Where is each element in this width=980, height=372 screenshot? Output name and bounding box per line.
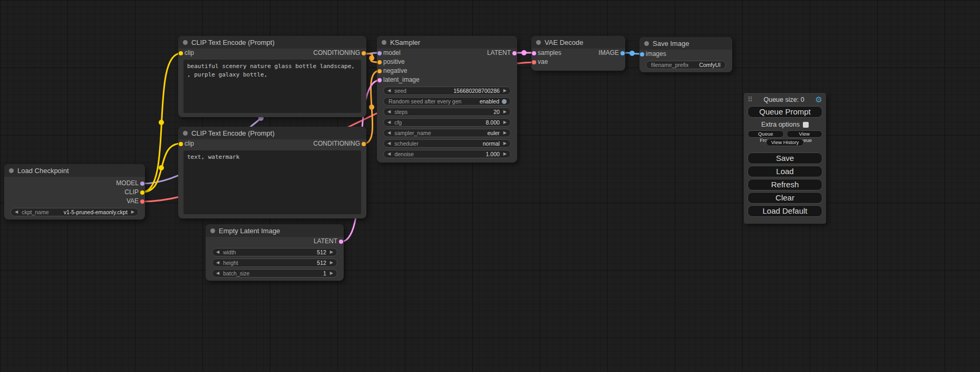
- increment-arrow-icon[interactable]: ▶: [330, 250, 333, 254]
- collapse-dot-icon[interactable]: [536, 40, 541, 45]
- menu-header: ⠿ Queue size: 0 ⚙: [748, 94, 822, 104]
- decrement-arrow-icon[interactable]: ◀: [216, 250, 219, 254]
- clip-output-slot[interactable]: [140, 190, 144, 195]
- view-history-button[interactable]: View History: [766, 139, 804, 146]
- increment-arrow-icon[interactable]: ▶: [503, 152, 507, 156]
- widget-name: height: [223, 260, 238, 266]
- extra-options-label: Extra options: [761, 121, 800, 128]
- increment-arrow-icon[interactable]: ▶: [503, 120, 507, 125]
- collapse-dot-icon[interactable]: [644, 41, 649, 46]
- toggle-indicator-icon[interactable]: [502, 99, 507, 104]
- settings-gear-icon[interactable]: ⚙: [816, 96, 822, 103]
- model-input-slot[interactable]: [377, 51, 382, 55]
- latent-image-input-slot[interactable]: [377, 78, 382, 82]
- queue-menu-panel[interactable]: ⠿ Queue size: 0 ⚙ Queue Prompt Extra opt…: [744, 93, 826, 224]
- negative-input-slot[interactable]: [377, 69, 382, 73]
- drag-handle-icon[interactable]: ⠿: [748, 96, 753, 103]
- positive-prompt-input[interactable]: beautiful scenery nature glass bottle la…: [183, 60, 361, 113]
- collapse-dot-icon[interactable]: [9, 168, 14, 173]
- node-ksampler[interactable]: KSampler model LATENT positive negative …: [377, 36, 517, 163]
- increment-arrow-icon[interactable]: ▶: [503, 110, 507, 114]
- images-input-slot[interactable]: [640, 52, 644, 56]
- node-title-bar[interactable]: CLIP Text Encode (Prompt): [178, 36, 366, 49]
- ckpt-name-widget[interactable]: ◀ ckpt_name v1-5-pruned-emaonly.ckpt ▶: [11, 208, 139, 216]
- conditioning-output-slot[interactable]: [362, 51, 366, 55]
- clear-button[interactable]: Clear: [748, 192, 822, 204]
- seed-widget[interactable]: ◀ seed 156680208700286 ▶: [383, 87, 511, 95]
- denoise-widget[interactable]: ◀ denoise 1.000 ▶: [383, 150, 511, 158]
- node-load-checkpoint[interactable]: Load Checkpoint MODEL CLIP VAE ◀ ckpt_na…: [4, 164, 145, 220]
- queue-prompt-button[interactable]: Queue Prompt: [748, 106, 822, 118]
- increment-arrow-icon[interactable]: ▶: [330, 271, 333, 275]
- increment-arrow-icon[interactable]: ▶: [131, 210, 134, 214]
- samples-input-label: samples: [538, 49, 561, 58]
- random-seed-toggle-widget[interactable]: Random seed after every gen enabled: [383, 97, 511, 106]
- slot-row: images: [639, 50, 732, 59]
- increment-arrow-icon[interactable]: ▶: [503, 89, 507, 93]
- clip-input-slot[interactable]: [179, 51, 183, 55]
- samples-input-slot[interactable]: [532, 51, 536, 55]
- widget-value: euler: [487, 130, 499, 136]
- node-clip-text-encode-positive[interactable]: CLIP Text Encode (Prompt) clip CONDITION…: [178, 36, 366, 117]
- widget-name: Random seed after every gen: [389, 98, 461, 104]
- collapse-dot-icon[interactable]: [382, 40, 386, 45]
- view-queue-button[interactable]: View Queue: [787, 130, 823, 138]
- node-clip-text-encode-negative[interactable]: CLIP Text Encode (Prompt) clip CONDITION…: [178, 127, 366, 218]
- decrement-arrow-icon[interactable]: ◀: [15, 210, 18, 214]
- node-empty-latent-image[interactable]: Empty Latent Image LATENT ◀ width 512 ▶ …: [206, 224, 344, 281]
- model-output-slot[interactable]: [140, 182, 144, 186]
- decrement-arrow-icon[interactable]: ◀: [387, 89, 391, 93]
- decrement-arrow-icon[interactable]: ◀: [216, 261, 219, 265]
- node-title-bar[interactable]: Save Image: [639, 37, 732, 50]
- node-title-bar[interactable]: Load Checkpoint: [4, 164, 145, 177]
- vae-input-slot[interactable]: [532, 60, 536, 64]
- collapse-dot-icon[interactable]: [183, 40, 188, 45]
- node-title-bar[interactable]: KSampler: [377, 36, 517, 49]
- width-widget[interactable]: ◀ width 512 ▶: [212, 248, 337, 256]
- steps-widget[interactable]: ◀ steps 20 ▶: [383, 108, 511, 116]
- decrement-arrow-icon[interactable]: ◀: [387, 120, 391, 125]
- node-graph-canvas[interactable]: Load Checkpoint MODEL CLIP VAE ◀ ckpt_na…: [0, 0, 980, 372]
- model-output-label: MODEL: [116, 179, 139, 188]
- queue-front-button[interactable]: Queue Front: [748, 130, 784, 138]
- filename-prefix-widget[interactable]: filename_prefix ComfyUI: [646, 61, 726, 69]
- decrement-arrow-icon[interactable]: ◀: [387, 141, 391, 146]
- increment-arrow-icon[interactable]: ▶: [503, 141, 507, 146]
- latent-output-slot[interactable]: [339, 240, 343, 244]
- cfg-widget[interactable]: ◀ cfg 8.000 ▶: [383, 118, 511, 127]
- node-vae-decode[interactable]: VAE Decode samples IMAGE vae: [531, 36, 625, 71]
- load-default-button[interactable]: Load Default: [748, 205, 822, 217]
- refresh-button[interactable]: Refresh: [748, 179, 822, 190]
- decrement-arrow-icon[interactable]: ◀: [387, 131, 391, 135]
- batch-size-widget[interactable]: ◀ batch_size 1 ▶: [212, 269, 337, 278]
- widget-name: filename_prefix: [651, 62, 688, 68]
- sampler-name-widget[interactable]: ◀ sampler_name euler ▶: [383, 129, 511, 137]
- node-save-image[interactable]: Save Image images filename_prefix ComfyU…: [639, 37, 732, 72]
- vae-output-slot[interactable]: [140, 199, 144, 204]
- node-title-bar[interactable]: CLIP Text Encode (Prompt): [178, 127, 366, 139]
- positive-input-slot[interactable]: [377, 60, 382, 64]
- decrement-arrow-icon[interactable]: ◀: [216, 271, 219, 275]
- slot-row: latent_image: [377, 75, 517, 84]
- node-title-bar[interactable]: Empty Latent Image: [206, 224, 344, 237]
- decrement-arrow-icon[interactable]: ◀: [387, 152, 391, 156]
- collapse-dot-icon[interactable]: [183, 131, 188, 136]
- decrement-arrow-icon[interactable]: ◀: [387, 110, 391, 114]
- load-button[interactable]: Load: [748, 166, 822, 177]
- widget-name: width: [223, 249, 236, 255]
- model-input-label: model: [383, 49, 401, 58]
- negative-prompt-input[interactable]: text, watermark: [183, 150, 361, 214]
- increment-arrow-icon[interactable]: ▶: [503, 131, 507, 135]
- node-title-bar[interactable]: VAE Decode: [531, 36, 625, 49]
- extra-options-checkbox[interactable]: [803, 122, 809, 128]
- latent-output-slot[interactable]: [512, 51, 517, 55]
- clip-input-slot[interactable]: [179, 142, 183, 146]
- collapse-dot-icon[interactable]: [210, 228, 215, 233]
- image-output-slot[interactable]: [620, 51, 625, 55]
- conditioning-output-slot[interactable]: [362, 142, 366, 146]
- scheduler-widget[interactable]: ◀ scheduler normal ▶: [383, 139, 511, 148]
- save-button[interactable]: Save: [748, 152, 822, 164]
- increment-arrow-icon[interactable]: ▶: [330, 261, 333, 265]
- height-widget[interactable]: ◀ height 512 ▶: [212, 259, 337, 267]
- widget-value: 1.000: [486, 151, 500, 157]
